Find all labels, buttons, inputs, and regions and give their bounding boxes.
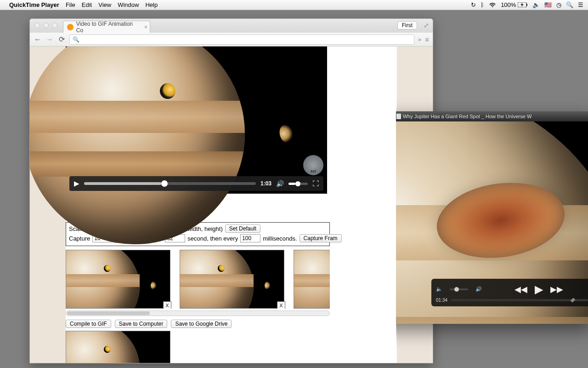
page-content: sci ▶ 1:03 🔊 ⛶ Media is active. Orginal … (30, 46, 433, 363)
battery-status[interactable]: 100% (501, 1, 528, 8)
embedded-video[interactable]: sci ▶ 1:03 🔊 ⛶ (66, 46, 327, 194)
window-traffic-lights[interactable] (34, 23, 57, 28)
moon-graphic (160, 83, 175, 99)
action-row: Compile to GIF Save to Computer Save to … (66, 320, 396, 328)
menu-view[interactable]: View (98, 1, 111, 8)
thumb-image[interactable] (294, 250, 330, 309)
volume-icon[interactable]: 🔈 (532, 1, 540, 8)
clock-icon[interactable]: ◷ (556, 1, 561, 8)
qt-rewind-icon[interactable]: ◀◀ (514, 284, 527, 294)
qt-elapsed-time: 01:34 (436, 298, 447, 303)
volume-icon[interactable]: 🔊 (276, 180, 284, 187)
menu-window[interactable]: Window (118, 1, 139, 8)
capture-frames-button[interactable]: Capture Fram (300, 234, 342, 242)
volume-slider[interactable] (288, 183, 308, 185)
delete-thumb-button[interactable]: X (163, 301, 171, 309)
channel-watermark: sci (303, 155, 323, 175)
first-button[interactable]: First (397, 21, 417, 29)
qt-volume-low-icon[interactable]: 🔈 (436, 286, 442, 292)
browser-toolbar: ← → ⟳ 🔍 » ≡ (30, 33, 433, 46)
play-icon[interactable]: ▶ (74, 179, 79, 188)
tab-strip: Video to GIF Animation Co × First ⤢ (30, 19, 433, 33)
compile-gif-button[interactable]: Compile to GIF (66, 320, 111, 328)
qt-forward-icon[interactable]: ▶▶ (550, 284, 563, 294)
notifications-icon[interactable]: ☰ (578, 1, 583, 8)
input-flag-icon[interactable]: 🇺🇸 (544, 1, 552, 8)
qt-title: Why Jupiter Has a Giant Red Spot _ How t… (403, 114, 532, 119)
wifi-icon[interactable] (489, 2, 496, 8)
save-gdrive-button[interactable]: Save to Google Drive (171, 320, 232, 328)
seek-slider[interactable] (84, 182, 256, 185)
close-tab-icon[interactable]: × (144, 24, 147, 30)
favicon-icon (67, 24, 74, 30)
fullscreen-icon[interactable]: ⛶ (312, 180, 319, 187)
close-dot[interactable] (34, 23, 40, 28)
search-icon: 🔍 (73, 36, 79, 43)
timemachine-icon[interactable]: ↻ (471, 1, 476, 8)
video-controls: ▶ 1:03 🔊 ⛶ (69, 176, 323, 191)
reload-icon[interactable]: ⟳ (57, 35, 66, 44)
zoom-dot[interactable] (52, 23, 57, 28)
browser-tab[interactable]: Video to GIF Animation Co × (63, 21, 150, 33)
menu-file[interactable]: File (66, 1, 75, 8)
menu-edit[interactable]: Edit (82, 1, 92, 8)
ms-label: milliseconds. (263, 235, 297, 242)
capture-label: Capture (69, 235, 90, 242)
minimize-dot[interactable] (43, 23, 49, 28)
back-icon[interactable]: ← (34, 35, 42, 44)
address-bar[interactable]: 🔍 (69, 34, 414, 45)
svg-rect-1 (526, 4, 527, 6)
thumb-image[interactable] (66, 250, 170, 309)
overflow-icon[interactable]: » (418, 36, 421, 43)
interval-input[interactable] (240, 234, 260, 242)
forward-icon[interactable]: → (45, 35, 54, 44)
thumb-scrollbar[interactable] (66, 310, 330, 316)
menu-icon[interactable]: ≡ (425, 35, 429, 43)
qt-controls: 🔈 🔊 ◀◀ ▶ ▶▶ 01:34 (431, 279, 588, 306)
thumbnail-row: X X (66, 250, 330, 309)
document-icon (396, 114, 401, 119)
expand-icon[interactable]: ⤢ (424, 22, 429, 29)
moon-graphic (277, 123, 294, 144)
second-every-label: second, then every (187, 235, 238, 242)
qt-volume-slider[interactable] (450, 288, 468, 290)
result-preview (66, 331, 170, 363)
macos-menubar: QuickTime Player File Edit View Window H… (0, 0, 588, 10)
frame-thumb: X (66, 250, 170, 309)
frame-thumb: X (180, 250, 284, 309)
save-computer-button[interactable]: Save to Computer (115, 320, 168, 328)
chrome-window: Video to GIF Animation Co × First ⤢ ← → … (29, 18, 433, 363)
bluetooth-icon[interactable]: ᛒ (481, 1, 484, 8)
spotlight-icon[interactable]: 🔍 (566, 1, 573, 8)
frame-thumb (294, 250, 330, 309)
app-name[interactable]: QuickTime Player (9, 1, 59, 8)
menu-help[interactable]: Help (145, 1, 158, 8)
set-default-button[interactable]: Set Default (225, 224, 260, 233)
delete-thumb-button[interactable]: X (277, 301, 285, 309)
qt-play-icon[interactable]: ▶ (535, 283, 543, 296)
video-time: 1:03 (260, 180, 271, 187)
qt-volume-high-icon[interactable]: 🔊 (475, 286, 482, 292)
thumb-image[interactable] (180, 250, 284, 309)
qt-seek-slider[interactable] (451, 299, 588, 301)
tab-title: Video to GIF Animation Co (76, 21, 141, 34)
